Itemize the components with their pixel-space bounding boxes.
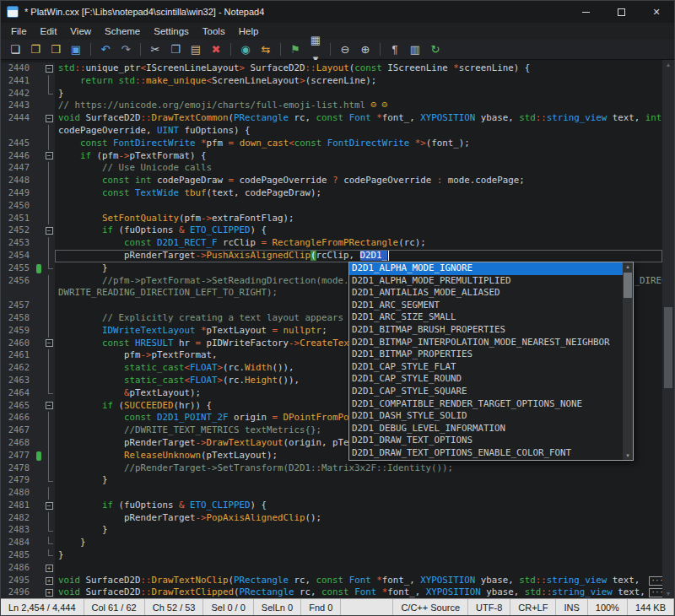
autocomplete-item[interactable]: D2D1_ARC_SIZE_SMALL [349,311,623,324]
fold-margin[interactable] [43,387,55,400]
line-number[interactable]: 2450 [1,200,35,213]
marker-margin[interactable] [35,349,43,362]
menu-edit[interactable]: Edit [34,26,64,36]
status-segment[interactable]: Col 61 / 62 [84,599,145,615]
code-text[interactable]: codePageOverride, UINT fuOptions) { [55,125,662,138]
bookmark-margin[interactable] [35,450,43,462]
fold-expand-icon[interactable]: + [46,577,53,585]
marker-margin[interactable] [35,100,43,112]
marker-margin[interactable] [35,412,43,424]
find-button[interactable]: ◉ [236,41,255,59]
code-text[interactable]: pRenderTarget->PopAxisAlignedClip(); [55,512,662,525]
scroll-down-icon[interactable]: ▾ [667,590,670,597]
fold-margin[interactable] [43,524,55,537]
status-segment[interactable]: Ch 52 / 53 [145,599,204,615]
menu-view[interactable]: View [63,26,98,36]
line-number[interactable]: 2445 [1,138,35,150]
fold-collapse-icon[interactable]: − [46,65,53,73]
fold-margin[interactable]: − [43,500,55,512]
line-number[interactable]: 2495 [1,575,35,587]
line-number[interactable]: 2456 [1,275,35,288]
browse-files-button[interactable]: ❒ [46,41,65,59]
code-text[interactable]: void SurfaceD2D::DrawTextNoClip(PRectang… [55,575,662,587]
fold-margin[interactable] [43,275,55,288]
marker-margin[interactable] [35,112,43,125]
code-text[interactable]: pRenderTarget->PushAxisAlignedClip(rcCli… [55,250,662,262]
marker-margin[interactable] [35,474,43,487]
status-segment[interactable]: INS [556,599,587,615]
fold-collapse-icon[interactable]: − [46,502,53,510]
reload-button[interactable]: ↻ [426,41,445,59]
fold-margin[interactable] [43,200,55,213]
line-number[interactable]: 2441 [1,75,35,88]
fold-margin[interactable]: − [43,338,55,350]
code-text[interactable]: if (fuOptions & ETO_CLIPPED) { [55,224,662,237]
popup-scrollbar-thumb[interactable] [624,273,632,298]
autocomplete-item[interactable]: D2D1_DEBUG_LEVEL_INFORMATION [349,423,623,435]
line-number[interactable]: 2465 [1,400,35,413]
status-segment[interactable]: UTF-8 [468,599,510,615]
line-number[interactable]: 2467 [1,424,35,437]
marker-margin[interactable] [35,187,43,200]
autocomplete-item[interactable]: D2D1_DRAW_TEXT_OPTIONS [349,435,623,447]
fold-margin[interactable] [43,362,55,375]
autocomplete-item[interactable]: D2D1_ALPHA_MODE_PREMULTIPLIED [349,275,623,288]
autocomplete-item[interactable]: D2D1_DASH_STYLE_SOLID [349,410,623,423]
marker-margin[interactable] [35,150,43,163]
redo-button[interactable]: ↷ [116,41,135,59]
code-text[interactable]: const D2D1_RECT_F rcClip = RectangleFrom… [55,237,662,250]
show-marks-button[interactable]: ▥ [406,41,424,59]
minimize-button[interactable] [568,1,603,23]
line-number[interactable]: 2453 [1,237,35,250]
fold-margin[interactable] [43,375,55,387]
marker-margin[interactable] [35,138,43,150]
autocomplete-item[interactable]: D2D1_ALPHA_MODE_IGNORE [349,262,623,275]
line-number[interactable]: 2449 [1,187,35,200]
fold-margin[interactable] [43,88,55,100]
fold-expand-icon[interactable]: + [46,589,53,597]
fold-margin[interactable]: − [43,400,55,413]
fold-margin[interactable] [43,175,55,187]
fold-expand-icon[interactable]: + [46,565,53,572]
code-text[interactable]: void SurfaceD2D::DrawTextClipped(PRectan… [55,586,662,598]
code-text[interactable]: return std::make_unique<ScreenLineLayout… [55,75,662,88]
code-text[interactable] [55,562,662,575]
marker-margin[interactable] [35,500,43,512]
code-text[interactable]: } [55,549,662,562]
fold-margin[interactable] [43,100,55,112]
fold-margin[interactable] [43,237,55,250]
line-number[interactable]: 2444 [1,112,35,125]
code-text[interactable]: } [55,524,662,537]
autocomplete-item[interactable]: D2D1_CAP_STYLE_SQUARE [349,386,623,398]
code-text[interactable]: //pRenderTarget->SetTransform(D2D1::Matr… [55,462,662,475]
status-segment[interactable]: 144 KB [628,599,674,615]
marker-margin[interactable] [35,575,43,587]
fold-margin[interactable] [43,487,55,500]
marker-margin[interactable] [35,312,43,325]
code-text[interactable]: } [55,474,662,487]
line-number[interactable]: 2452 [1,224,35,237]
marker-margin[interactable] [35,62,43,75]
line-number[interactable]: 2454 [1,250,35,262]
autocomplete-item[interactable]: D2D1_DRAW_TEXT_OPTIONS_ENABLE_COLOR_FONT [349,447,623,460]
line-number[interactable]: 2442 [1,88,35,100]
fold-margin[interactable] [43,474,55,487]
fold-margin[interactable]: + [43,562,55,575]
code-text[interactable]: if (fuOptions & ETO_CLIPPED) { [55,500,662,512]
status-segment[interactable]: Fnd 0 [301,599,341,615]
code-text[interactable]: } [55,537,662,549]
title-bar[interactable]: * PlatWin.cxx [F:\Libs\notepad4\scintill… [1,1,674,23]
autocomplete-scrollbar[interactable]: ▴ ▾ [623,262,633,460]
autocomplete-item[interactable]: D2D1_CAP_STYLE_FLAT [349,361,623,374]
fold-margin[interactable] [43,512,55,525]
fold-margin[interactable] [43,412,55,424]
marker-margin[interactable] [35,224,43,237]
fold-margin[interactable] [43,187,55,200]
fold-collapse-icon[interactable]: − [46,402,53,409]
line-number[interactable]: 2440 [1,62,35,75]
line-number[interactable]: 2481 [1,500,35,512]
code-text[interactable]: // Use Unicode calls [55,162,662,175]
line-number[interactable]: 2464 [1,387,35,400]
line-number[interactable]: 2459 [1,325,35,338]
marker-margin[interactable] [35,362,43,375]
